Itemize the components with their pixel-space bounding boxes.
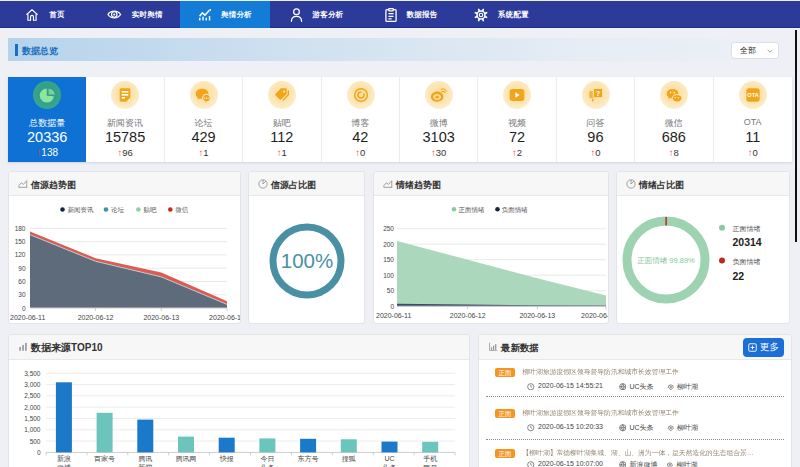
svg-text:2020-06-11: 2020-06-11: [10, 314, 45, 321]
svg-text:22: 22: [733, 270, 745, 282]
svg-text:搜狐: 搜狐: [342, 455, 356, 463]
svg-text:0: 0: [37, 449, 41, 456]
svg-text:正面情绪 99.89%: 正面情绪 99.89%: [637, 256, 695, 265]
svg-text:腾讯: 腾讯: [138, 455, 152, 462]
svg-text:0: 0: [22, 305, 26, 312]
svg-text:百家号: 百家号: [94, 455, 115, 463]
svg-text:2020-06-13: 2020-06-13: [143, 314, 179, 321]
svg-text:2020-06-14: 2020-06-14: [581, 312, 608, 319]
svg-text:新浪: 新浪: [57, 454, 71, 463]
svg-text:200: 200: [383, 241, 394, 248]
svg-text:250: 250: [383, 225, 394, 232]
svg-text:2020-06-12: 2020-06-12: [450, 312, 486, 319]
svg-text:腾讯网: 腾讯网: [176, 455, 197, 462]
svg-text:2020-06-13: 2020-06-13: [519, 312, 555, 319]
svg-text:手机: 手机: [423, 455, 437, 463]
svg-text:20314: 20314: [733, 236, 762, 248]
svg-text:负面情绪: 负面情绪: [733, 258, 761, 266]
svg-text:1,500: 1,500: [24, 415, 41, 422]
svg-text:150: 150: [383, 256, 394, 263]
svg-text:150: 150: [15, 238, 26, 245]
svg-text:50: 50: [387, 287, 395, 294]
svg-text:负面情绪: 负面情绪: [502, 206, 529, 214]
svg-text:2020-06-12: 2020-06-12: [78, 314, 114, 321]
svg-text:正面情绪: 正面情绪: [459, 206, 486, 214]
svg-text:贴吧: 贴吧: [143, 206, 157, 214]
svg-text:180: 180: [15, 225, 26, 232]
svg-text:1,000: 1,000: [24, 426, 41, 433]
svg-text:60: 60: [18, 278, 26, 285]
svg-text:正面情绪: 正面情绪: [733, 225, 761, 233]
svg-text:120: 120: [15, 251, 26, 258]
svg-text:2020-06-14: 2020-06-14: [209, 314, 240, 321]
svg-text:新闻: 新闻: [138, 463, 152, 467]
svg-text:东方号: 东方号: [298, 454, 319, 463]
svg-text:2020-06-11: 2020-06-11: [376, 312, 411, 319]
svg-text:快报: 快报: [219, 455, 234, 462]
svg-text:今日: 今日: [260, 455, 274, 463]
svg-text:30: 30: [18, 291, 26, 298]
svg-text:500: 500: [30, 438, 41, 445]
svg-text:0: 0: [390, 303, 394, 310]
svg-text:100: 100: [383, 272, 394, 279]
svg-text:3,500: 3,500: [24, 370, 41, 377]
svg-text:UC: UC: [384, 455, 394, 462]
svg-text:OTA: OTA: [747, 92, 759, 98]
svg-text:?: ?: [596, 90, 600, 97]
svg-text:90: 90: [18, 265, 26, 272]
svg-text:2,500: 2,500: [24, 392, 41, 399]
svg-text:新闻资讯: 新闻资讯: [68, 206, 95, 214]
svg-text:3,000: 3,000: [24, 381, 41, 388]
svg-text:论坛: 论坛: [111, 206, 125, 213]
svg-text:100%: 100%: [281, 249, 333, 272]
svg-text:微信: 微信: [175, 206, 189, 214]
svg-text:2,000: 2,000: [24, 404, 41, 411]
